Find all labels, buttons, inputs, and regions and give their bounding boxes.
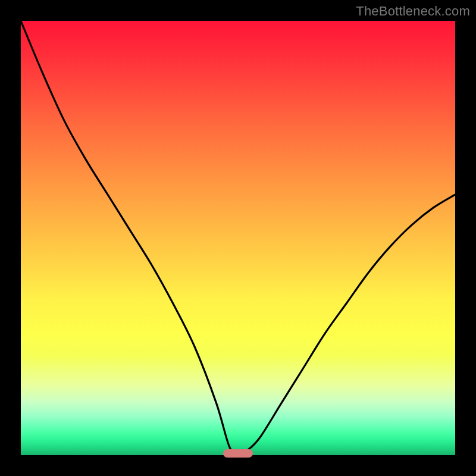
bottleneck-curve	[21, 21, 455, 455]
optimal-marker	[223, 449, 253, 458]
plot-area	[21, 21, 455, 455]
curve-svg	[21, 21, 455, 455]
chart-container: TheBottleneck.com	[0, 0, 476, 476]
watermark-text: TheBottleneck.com	[356, 4, 470, 19]
